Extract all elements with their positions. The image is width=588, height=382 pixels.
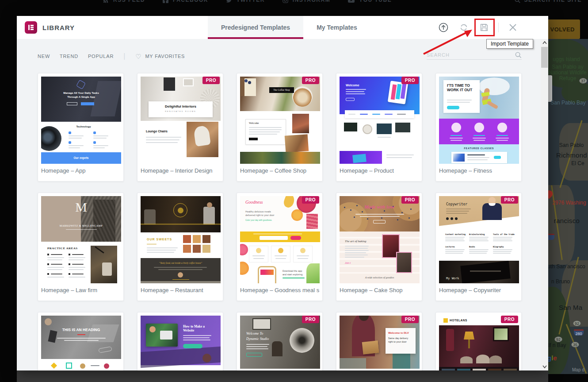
- filter-popular[interactable]: POPULAR: [88, 54, 114, 59]
- sync-library-button[interactable]: [458, 21, 470, 34]
- scroll-up-arrow[interactable]: [541, 39, 548, 46]
- template-title: Homepage – Cake Shop: [340, 287, 419, 293]
- search-icon: [515, 0, 520, 3]
- filter-new[interactable]: NEW: [38, 54, 50, 59]
- library-modal: LIBRARY Predesigned Templates My Templat…: [17, 16, 548, 370]
- template-title: Homepage – Law firm: [41, 287, 120, 293]
- my-favorites-filter[interactable]: ♡ MY FAVORITES: [135, 54, 185, 59]
- search-icon[interactable]: [515, 52, 522, 58]
- import-icon: [438, 22, 449, 33]
- route-shield: 92: [554, 336, 562, 342]
- google-logo-partial: gle: [548, 354, 557, 362]
- search-input[interactable]: [427, 50, 515, 59]
- pro-badge: PRO: [302, 77, 319, 84]
- elementor-logo: [25, 21, 37, 34]
- social-link-twitter[interactable]: TWITTER: [226, 0, 265, 3]
- template-title: Homepage – Coffee Shop: [240, 167, 319, 174]
- template-preview: OUR SWEETS "Tasty food, eat inside a liv…: [141, 196, 221, 283]
- close-modal-button[interactable]: [507, 21, 519, 34]
- youtube-icon: [348, 0, 355, 3]
- template-preview: Manage All Your Daily Tasks Through A Si…: [41, 77, 121, 164]
- filter-row: NEW TREND POPULAR | ♡ MY FAVORITES: [38, 52, 185, 60]
- template-preview: How to Make a Website Who is it for?: [141, 316, 221, 370]
- social-link-facebook[interactable]: FACEBOOK: [163, 0, 208, 3]
- template-card[interactable]: Welcome To Dynamic Studio PRO: [237, 312, 323, 370]
- template-card[interactable]: HOTELANS WELCO: [435, 312, 522, 370]
- template-card[interactable]: Copywriter Content marketing Brainstormi…: [435, 193, 522, 301]
- social-link-rss[interactable]: RSS FEED: [103, 0, 145, 3]
- search-field: [427, 50, 522, 60]
- tabs: Predesigned Templates My Templates: [208, 16, 370, 39]
- map-label: San Ma: [559, 305, 588, 310]
- map-label: uggs Island: [548, 57, 588, 62]
- template-preview: HOTELANS WELCO: [439, 316, 519, 370]
- template-title: Homepage – Goodness meal serv…: [240, 287, 319, 293]
- filter-divider: |: [123, 52, 126, 60]
- site-topbar: RSS FEED FACEBOOK TWITTER INSTAGRAM YOU …: [0, 0, 588, 10]
- map-label: alf n Bay: [548, 343, 571, 348]
- scroll-down-arrow[interactable]: [541, 363, 548, 370]
- template-preview: I'TS TIME TO WORK IT OUT FEATURED CLASSE…: [439, 77, 519, 164]
- route-shield: 280: [574, 329, 584, 336]
- pro-badge: PRO: [501, 316, 518, 323]
- tab-predesigned-templates[interactable]: Predesigned Templates: [208, 16, 303, 39]
- modal-title: LIBRARY: [42, 24, 75, 31]
- route-shield: 37: [579, 78, 587, 84]
- site-search-link[interactable]: SEARCH THE SITE: [515, 0, 582, 3]
- import-button-highlight: [474, 19, 495, 36]
- template-card[interactable]: Made with love The art of baking Join t …: [336, 193, 422, 301]
- template-title: Homepage – App: [41, 167, 120, 174]
- template-card[interactable]: I'TS TIME TO WORK IT OUT FEATURED CLASSE…: [435, 73, 522, 181]
- pro-badge: PRO: [302, 196, 319, 204]
- map-marker-label: 2976 Washing: [548, 200, 588, 206]
- rss-icon: [103, 0, 109, 3]
- filter-trend[interactable]: TREND: [60, 54, 78, 59]
- map-label: Richmond: [552, 152, 588, 158]
- route-shield: [548, 234, 554, 240]
- map-label: n Bruno: [548, 279, 578, 285]
- template-card[interactable]: Manage All Your Daily Tasks Through A Si…: [38, 73, 124, 181]
- template-title: Homepage – Fitness: [439, 167, 518, 174]
- template-title: Homepage – Interior Design: [141, 167, 220, 174]
- import-template-button[interactable]: [437, 21, 450, 34]
- facebook-icon: [163, 0, 168, 3]
- template-card[interactable]: Welcome to DLV Same day delivery right t…: [336, 312, 422, 370]
- dimmed-page-area: [17, 370, 548, 382]
- template-card[interactable]: How to Make a Website Who is it for?: [137, 312, 223, 370]
- template-preview: Welcome: [340, 77, 420, 164]
- instagram-icon: [283, 0, 288, 3]
- pro-badge: PRO: [302, 316, 319, 323]
- template-card[interactable]: M MARKOWITZ & MELLENCAMP PRACTICE AREAS …: [38, 193, 124, 301]
- sync-icon: [459, 23, 469, 32]
- template-grid: Manage All Your Daily Tasks Through A Si…: [38, 73, 522, 370]
- map-attribution: Map d: [572, 367, 584, 372]
- social-link-instagram[interactable]: INSTAGRAM: [283, 0, 330, 3]
- screen: RSS FEED FACEBOOK TWITTER INSTAGRAM YOU …: [0, 0, 588, 382]
- modal-header: LIBRARY Predesigned Templates My Templat…: [17, 16, 548, 39]
- template-preview: Delightful Interiors RENOVATED ROOMS Lou…: [141, 77, 221, 164]
- template-title: Homepage – Product: [340, 167, 419, 174]
- template-card[interactable]: Delightful Interiors RENOVATED ROOMS Lou…: [137, 73, 223, 181]
- route-shield: 92: [573, 320, 581, 326]
- template-card[interactable]: OUR SWEETS "Tasty food, eat inside a liv…: [137, 193, 223, 301]
- template-title: Homepage – Copywriter: [439, 287, 518, 293]
- template-preview: Goodness Healthy delicious meals deliver…: [240, 196, 320, 283]
- social-link-youtube[interactable]: YOU TUBE: [348, 0, 392, 3]
- template-card[interactable]: THIS IS AN HEADING: [38, 312, 124, 370]
- scrollbar-thumb[interactable]: [541, 47, 548, 68]
- map-label: El Ce: [567, 161, 588, 166]
- pro-badge: PRO: [401, 196, 419, 204]
- import-tooltip: Import Template: [486, 39, 533, 49]
- template-card[interactable]: The Coffee Shop Welcome PRO Homepage – C…: [237, 73, 323, 181]
- template-card[interactable]: Welcome: [336, 73, 422, 181]
- template-card[interactable]: Goodness Healthy delicious meals deliver…: [237, 193, 323, 301]
- map-label: rancisco: [548, 218, 588, 224]
- modal-scrollbar[interactable]: [541, 39, 548, 370]
- pro-badge: PRO: [401, 316, 419, 323]
- toolbar-divider: [498, 23, 499, 32]
- heart-icon: ♡: [135, 54, 141, 59]
- template-preview: The Coffee Shop Welcome: [240, 77, 320, 164]
- tab-my-templates[interactable]: My Templates: [303, 16, 370, 39]
- twitter-icon: [226, 0, 232, 3]
- template-preview: Welcome to DLV Same day delivery right t…: [340, 316, 420, 370]
